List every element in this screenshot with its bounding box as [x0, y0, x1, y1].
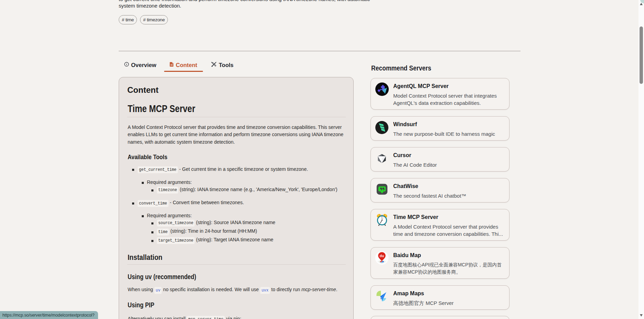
svg-text:du: du	[380, 254, 384, 258]
